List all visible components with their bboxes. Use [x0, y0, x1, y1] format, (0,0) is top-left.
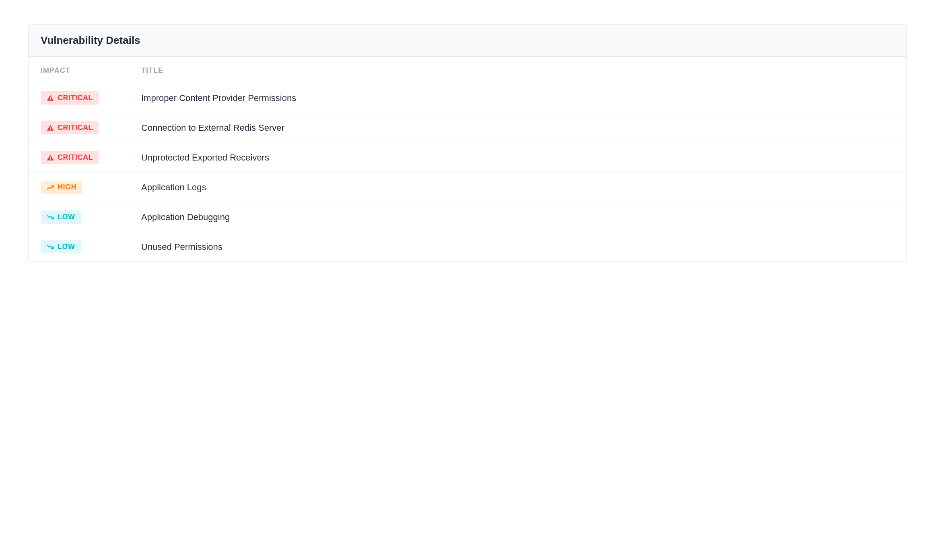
vulnerability-title: Unprotected Exported Receivers: [141, 152, 269, 163]
trend-down-icon: [46, 213, 54, 221]
vulnerability-title: Improper Content Provider Permissions: [141, 93, 296, 103]
impact-badge-label: LOW: [58, 213, 75, 221]
impact-cell: LOW: [29, 202, 129, 232]
impact-cell: CRITICAL: [29, 83, 129, 113]
impact-badge-label: LOW: [58, 243, 75, 251]
trend-down-icon: [46, 243, 54, 251]
vulnerability-details-panel: Vulnerability Details IMPACT TITLE CRITI…: [28, 24, 907, 262]
trend-up-icon: [46, 183, 54, 191]
panel-title: Vulnerability Details: [41, 34, 894, 47]
warning-triangle-icon: [46, 124, 54, 132]
table-header-row: IMPACT TITLE: [29, 57, 906, 83]
impact-badge-critical: CRITICAL: [41, 121, 99, 134]
impact-cell: LOW: [29, 232, 129, 262]
impact-cell: CRITICAL: [29, 113, 129, 143]
vulnerability-table: IMPACT TITLE CRITICALImproper Content Pr…: [29, 57, 906, 261]
table-row[interactable]: CRITICALConnection to External Redis Ser…: [29, 113, 906, 143]
impact-badge-label: CRITICAL: [58, 94, 93, 102]
impact-badge-high: HIGH: [41, 181, 82, 194]
table-row[interactable]: HIGHApplication Logs: [29, 173, 906, 202]
impact-badge-label: CRITICAL: [58, 153, 93, 162]
impact-badge-critical: CRITICAL: [41, 151, 99, 164]
impact-badge-label: HIGH: [58, 183, 76, 191]
vulnerability-title: Application Debugging: [141, 212, 230, 222]
vulnerability-title: Connection to External Redis Server: [141, 123, 284, 133]
table-row[interactable]: CRITICALUnprotected Exported Receivers: [29, 143, 906, 173]
impact-badge-low: LOW: [41, 210, 81, 224]
impact-cell: CRITICAL: [29, 143, 129, 173]
title-cell: Improper Content Provider Permissions: [129, 83, 906, 113]
title-cell: Application Logs: [129, 173, 906, 202]
impact-cell: HIGH: [29, 173, 129, 202]
table-row[interactable]: LOWApplication Debugging: [29, 202, 906, 232]
impact-badge-low: LOW: [41, 240, 81, 253]
table-row[interactable]: CRITICALImproper Content Provider Permis…: [29, 83, 906, 113]
vulnerability-title: Application Logs: [141, 182, 206, 192]
table-row[interactable]: LOWUnused Permissions: [29, 232, 906, 262]
vulnerability-title: Unused Permissions: [141, 242, 222, 252]
title-cell: Unused Permissions: [129, 232, 906, 262]
title-cell: Connection to External Redis Server: [129, 113, 906, 143]
title-cell: Unprotected Exported Receivers: [129, 143, 906, 173]
warning-triangle-icon: [46, 94, 54, 102]
impact-badge-critical: CRITICAL: [41, 91, 99, 105]
column-header-impact[interactable]: IMPACT: [29, 57, 129, 83]
column-header-title[interactable]: TITLE: [129, 57, 906, 83]
warning-triangle-icon: [46, 154, 54, 162]
impact-badge-label: CRITICAL: [58, 124, 93, 132]
panel-header: Vulnerability Details: [29, 25, 906, 57]
title-cell: Application Debugging: [129, 202, 906, 232]
